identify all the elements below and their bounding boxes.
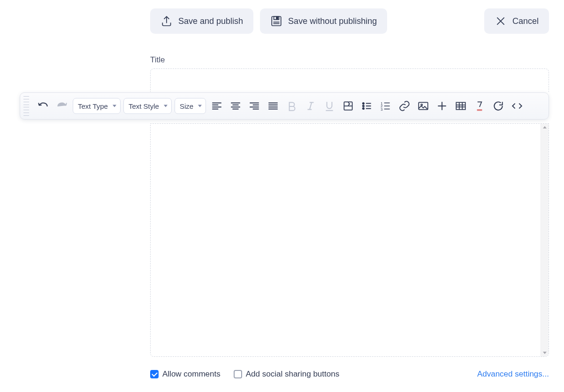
align-left-icon <box>211 100 223 112</box>
top-actions: Save and publish Save without publishing… <box>150 8 549 34</box>
editor-content[interactable] <box>151 124 541 356</box>
bulleted-list-icon <box>361 100 373 112</box>
insert-button[interactable] <box>434 98 450 114</box>
save-and-publish-label: Save and publish <box>178 16 243 26</box>
svg-rect-2 <box>276 17 278 19</box>
checkbox-checked-icon <box>150 370 159 378</box>
align-right-icon <box>248 100 260 112</box>
social-sharing-label: Add social sharing buttons <box>246 369 339 379</box>
align-center-button[interactable] <box>228 98 244 114</box>
undo-button[interactable] <box>35 98 51 114</box>
italic-button[interactable] <box>303 98 319 114</box>
social-sharing-checkbox[interactable]: Add social sharing buttons <box>234 369 339 379</box>
table-icon <box>455 100 467 112</box>
italic-icon <box>305 100 317 112</box>
toolbar-drag-handle[interactable] <box>23 96 30 116</box>
save-without-publishing-button[interactable]: Save without publishing <box>260 8 387 34</box>
refresh-icon <box>492 100 504 112</box>
underline-button[interactable] <box>321 98 337 114</box>
text-style-select[interactable]: Text Style <box>123 98 172 114</box>
align-right-button[interactable] <box>246 98 262 114</box>
advanced-settings-link[interactable]: Advanced settings... <box>477 369 549 379</box>
numbered-list-button[interactable]: 123 <box>378 98 394 114</box>
close-icon <box>495 15 507 27</box>
footer-options: Allow comments Add social sharing button… <box>150 369 549 379</box>
editor-toolbar: Text Type Text Style Size <box>20 92 549 120</box>
svg-text:3: 3 <box>381 107 382 112</box>
svg-point-5 <box>363 105 364 106</box>
bold-button[interactable] <box>284 98 300 114</box>
align-center-icon <box>229 100 242 112</box>
link-icon <box>398 100 411 112</box>
paste-special-button[interactable] <box>340 98 356 114</box>
align-justify-icon <box>267 100 279 112</box>
undo-icon <box>37 100 49 112</box>
cancel-label: Cancel <box>512 16 539 26</box>
allow-comments-label: Allow comments <box>162 369 221 379</box>
bulleted-list-button[interactable] <box>359 98 375 114</box>
publish-upload-icon <box>160 15 173 27</box>
align-left-button[interactable] <box>209 98 225 114</box>
scroll-down-icon <box>543 352 547 354</box>
svg-point-4 <box>363 103 364 104</box>
size-select[interactable]: Size <box>175 98 206 114</box>
save-without-publishing-label: Save without publishing <box>288 16 377 26</box>
save-and-publish-button[interactable]: Save and publish <box>150 8 253 34</box>
underline-icon <box>323 100 335 112</box>
checkbox-unchecked-icon <box>234 370 242 378</box>
refresh-button[interactable] <box>490 98 506 114</box>
cancel-button[interactable]: Cancel <box>484 8 549 34</box>
title-field-label: Title <box>150 55 165 65</box>
image-button[interactable] <box>415 98 431 114</box>
editor-area <box>150 123 549 357</box>
code-icon <box>511 100 523 112</box>
title-input[interactable] <box>150 68 549 92</box>
plus-icon <box>436 100 448 112</box>
source-code-button[interactable] <box>509 98 525 114</box>
paste-split-icon <box>342 100 354 112</box>
redo-icon <box>56 100 68 112</box>
editor-scrollbar[interactable] <box>541 124 549 356</box>
svg-rect-12 <box>456 102 465 109</box>
table-button[interactable] <box>453 98 469 114</box>
text-type-label: Text Type <box>78 102 108 110</box>
clear-format-button[interactable] <box>472 98 488 114</box>
text-style-label: Text Style <box>129 102 159 110</box>
bold-icon <box>286 100 298 112</box>
image-icon <box>417 100 429 112</box>
scroll-up-icon <box>543 126 547 128</box>
link-button[interactable] <box>396 98 412 114</box>
size-label: Size <box>180 102 193 110</box>
text-type-select[interactable]: Text Type <box>73 98 121 114</box>
floppy-save-icon <box>270 15 282 27</box>
allow-comments-checkbox[interactable]: Allow comments <box>150 369 221 379</box>
align-justify-button[interactable] <box>265 98 281 114</box>
numbered-list-icon: 123 <box>380 100 392 112</box>
clear-format-icon <box>473 100 486 112</box>
svg-point-6 <box>363 108 364 109</box>
redo-button[interactable] <box>54 98 70 114</box>
